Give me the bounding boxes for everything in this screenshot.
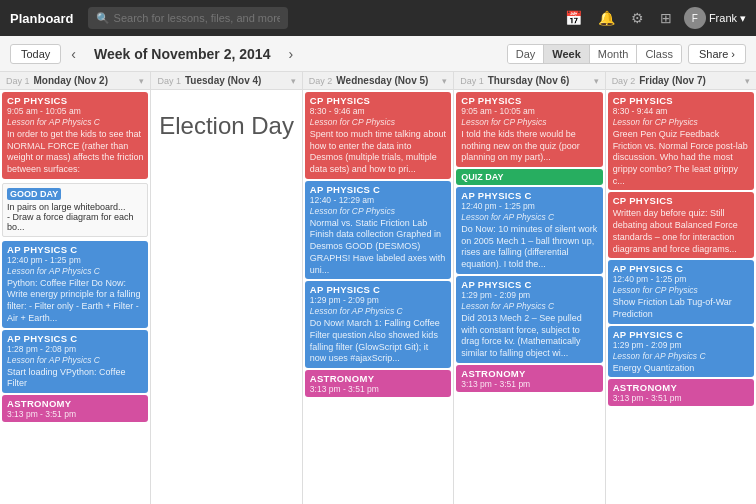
day-header-4[interactable]: Day 2 Friday (Nov 7) ▾	[606, 72, 756, 90]
event-time: 9:05 am - 10:05 am	[7, 106, 143, 116]
good-day-title: GOOD DAY	[7, 188, 61, 200]
event-title: CP PHYSICS	[310, 95, 446, 106]
week-title: Week of November 2, 2014	[94, 46, 270, 62]
calendar-grid: Day 1 Monday (Nov 2) ▾CP PHYSICS9:05 am …	[0, 72, 756, 504]
event-title: ASTRONOMY	[613, 382, 749, 393]
event-body: In order to get the kids to see that NOR…	[7, 129, 143, 176]
chevron-down-icon: ▾	[740, 12, 746, 25]
view-selector: Day Week Month Class	[507, 44, 682, 64]
event-block-astronomy-4[interactable]: ASTRONOMY3:13 pm - 3:51 pm	[456, 365, 602, 392]
class-view-button[interactable]: Class	[637, 45, 681, 63]
event-time: 1:29 pm - 2:09 pm	[613, 340, 749, 350]
grid-icon[interactable]: ⊞	[656, 8, 676, 28]
day-content-3: CP PHYSICS9:05 am - 10:05 amLesson for C…	[454, 90, 604, 504]
subbar: Today ‹ Week of November 2, 2014 › Day W…	[0, 36, 756, 72]
event-body: Spent too much time talking about how to…	[310, 129, 446, 176]
event-title: CP PHYSICS	[613, 95, 749, 106]
event-time: 8:30 - 9:46 am	[310, 106, 446, 116]
event-block-ap-physics-3[interactable]: AP PHYSICS C12:40 - 12:29 amLesson for C…	[305, 181, 451, 279]
event-body: Python: Coffee Filter Do Now: Write ener…	[7, 278, 143, 325]
good-day-box-0-1[interactable]: GOOD DAY In pairs on large whiteboard...…	[2, 183, 148, 237]
day-view-button[interactable]: Day	[508, 45, 545, 63]
lesson-label: Lesson for CP Physics	[310, 206, 446, 216]
event-title: AP PHYSICS C	[613, 329, 749, 340]
event-block-ap-physics-4[interactable]: AP PHYSICS C12:40 pm - 1:25 pmLesson for…	[456, 187, 602, 274]
event-time: 12:40 pm - 1:25 pm	[7, 255, 143, 265]
prev-week-button[interactable]: ‹	[67, 44, 80, 64]
search-box[interactable]: 🔍	[88, 7, 288, 29]
month-view-button[interactable]: Month	[590, 45, 638, 63]
event-body: Green Pen Quiz Feedback Friction vs. Nor…	[613, 129, 749, 187]
expand-icon-3: ▾	[594, 76, 599, 86]
event-title: CP PHYSICS	[7, 95, 143, 106]
event-body: Energy Quantization	[613, 363, 749, 375]
lesson-label: Lesson for CP Physics	[461, 117, 597, 127]
lesson-label: Lesson for AP Physics C	[7, 266, 143, 276]
event-block-cp-physics-1[interactable]: CP PHYSICS9:05 am - 10:05 amLesson for A…	[2, 92, 148, 179]
event-block-ap-physics-c-2[interactable]: AP PHYSICS C1:28 pm - 2:08 pmLesson for …	[2, 330, 148, 393]
event-time: 12:40 - 12:29 am	[310, 195, 446, 205]
day-num-4: Day 2	[612, 76, 636, 86]
lesson-label: Lesson for CP Physics	[613, 285, 749, 295]
lesson-label: Lesson for AP Physics C	[7, 117, 143, 127]
event-block-cp-physics-5[interactable]: CP PHYSICS8:30 - 9:44 amLesson for CP Ph…	[608, 92, 754, 190]
event-time: 1:28 pm - 2:08 pm	[7, 344, 143, 354]
day-header-2[interactable]: Day 2 Wednesday (Nov 5) ▾	[303, 72, 453, 90]
event-time: 3:13 pm - 3:51 pm	[461, 379, 597, 389]
good-day-body: In pairs on large whiteboard...- Draw a …	[7, 202, 143, 232]
event-title: ASTRONOMY	[310, 373, 446, 384]
day-header-1[interactable]: Day 1 Tuesday (Nov 4) ▾	[151, 72, 301, 90]
user-name: Frank	[709, 12, 737, 24]
calendar-icon[interactable]: 📅	[561, 8, 586, 28]
event-block-written-day[interactable]: CP PHYSICSWritten day before quiz: Still…	[608, 192, 754, 258]
today-button[interactable]: Today	[10, 44, 61, 64]
expand-icon-4: ▾	[745, 76, 750, 86]
event-time: 3:13 pm - 3:51 pm	[613, 393, 749, 403]
day-name-2: Wednesday (Nov 5)	[336, 75, 428, 86]
day-num-3: Day 1	[460, 76, 484, 86]
event-body: Do Now! March 1: Falling Coffee Filter q…	[310, 318, 446, 365]
search-input[interactable]	[114, 12, 280, 24]
lesson-label: Lesson for AP Physics C	[613, 351, 749, 361]
day-content-4: CP PHYSICS8:30 - 9:44 amLesson for CP Ph…	[606, 90, 756, 504]
event-block-astronomy-3[interactable]: ASTRONOMY3:13 pm - 3:51 pm	[305, 370, 451, 397]
share-button[interactable]: Share ›	[688, 44, 746, 64]
topbar: Planboard 🔍 📅 🔔 ⚙ ⊞ F Frank ▾	[0, 0, 756, 36]
event-time: 3:13 pm - 3:51 pm	[310, 384, 446, 394]
event-title: CP PHYSICS	[613, 195, 749, 206]
event-block-cp-physics-3[interactable]: CP PHYSICS8:30 - 9:46 amLesson for CP Ph…	[305, 92, 451, 179]
day-col-4: Day 2 Friday (Nov 7) ▾CP PHYSICS8:30 - 9…	[606, 72, 756, 504]
week-view-button[interactable]: Week	[544, 45, 590, 63]
day-header-3[interactable]: Day 1 Thursday (Nov 6) ▾	[454, 72, 604, 90]
event-title: AP PHYSICS C	[613, 263, 749, 274]
quiz-box-3-1[interactable]: QUIZ DAY	[456, 169, 602, 185]
event-block-ap-physics-c-3[interactable]: AP PHYSICS C1:29 pm - 2:09 pmLesson for …	[305, 281, 451, 368]
event-title: ASTRONOMY	[7, 398, 143, 409]
bell-icon[interactable]: 🔔	[594, 8, 619, 28]
day-content-1: Election Day	[151, 90, 301, 504]
day-num-0: Day 1	[6, 76, 30, 86]
day-content-0: CP PHYSICS9:05 am - 10:05 amLesson for A…	[0, 90, 150, 504]
next-week-button[interactable]: ›	[284, 44, 297, 64]
event-block-ap-physics-5[interactable]: AP PHYSICS C12:40 pm - 1:25 pmLesson for…	[608, 260, 754, 323]
event-block-ap-physics-c-4[interactable]: AP PHYSICS C1:29 pm - 2:09 pmLesson for …	[456, 276, 602, 363]
day-header-0[interactable]: Day 1 Monday (Nov 2) ▾	[0, 72, 150, 90]
election-day-label: Election Day	[153, 92, 299, 160]
user-menu[interactable]: F Frank ▾	[684, 7, 746, 29]
event-body: Start loading VPython: Coffee Filter	[7, 367, 143, 390]
event-block-astronomy-1[interactable]: ASTRONOMY3:13 pm - 3:51 pm	[2, 395, 148, 422]
expand-icon-1: ▾	[291, 76, 296, 86]
event-body: I told the kids there would be nothing n…	[461, 129, 597, 164]
event-block-ap-physics-c-5[interactable]: AP PHYSICS C1:29 pm - 2:09 pmLesson for …	[608, 326, 754, 378]
event-time: 12:40 pm - 1:25 pm	[613, 274, 749, 284]
day-name-4: Friday (Nov 7)	[639, 75, 706, 86]
lesson-label: Lesson for AP Physics C	[7, 355, 143, 365]
event-block-astronomy-5[interactable]: ASTRONOMY3:13 pm - 3:51 pm	[608, 379, 754, 406]
event-time: 8:30 - 9:44 am	[613, 106, 749, 116]
event-title: AP PHYSICS C	[7, 333, 143, 344]
event-block-cp-physics-4[interactable]: CP PHYSICS9:05 am - 10:05 amLesson for C…	[456, 92, 602, 167]
event-title: AP PHYSICS C	[7, 244, 143, 255]
search-icon: 🔍	[96, 12, 110, 25]
settings-icon[interactable]: ⚙	[627, 8, 648, 28]
event-block-ap-physics-1[interactable]: AP PHYSICS C12:40 pm - 1:25 pmLesson for…	[2, 241, 148, 328]
